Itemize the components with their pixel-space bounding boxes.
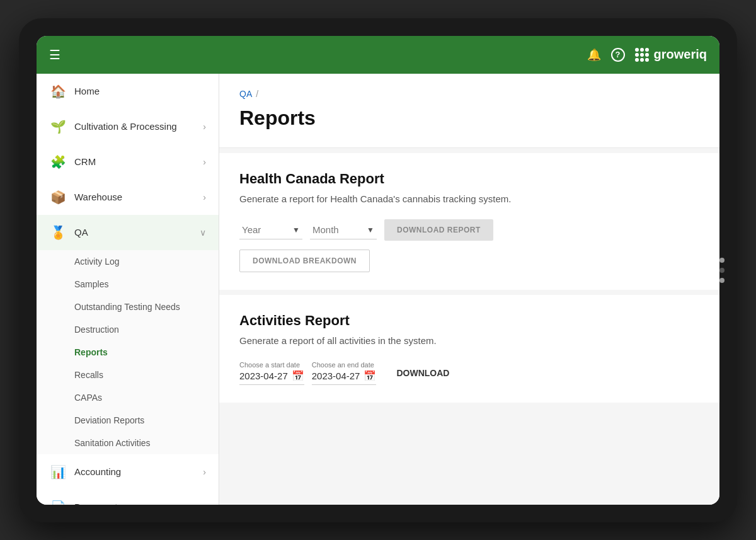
menu-icon[interactable]: ☰	[49, 47, 60, 62]
sidebar-label-documents: Documents	[74, 502, 195, 505]
sidebar-item-accounting[interactable]: 📊 Accounting ›	[37, 454, 219, 490]
sidebar-item-warehouse[interactable]: 📦 Warehouse ›	[37, 180, 219, 215]
app-logo: groweriq	[635, 47, 707, 62]
qa-chevron-icon: ∨	[200, 227, 206, 238]
crm-chevron-icon: ›	[203, 157, 206, 167]
documents-chevron-icon: ›	[203, 502, 206, 505]
sidebar-item-documents[interactable]: 📄 Documents ›	[37, 490, 219, 505]
logo-text: groweriq	[654, 47, 707, 62]
activities-controls: Choose a start date 2023-04-27 📅 Choose …	[239, 361, 699, 385]
page-title: Reports	[239, 106, 699, 130]
help-icon[interactable]: ?	[611, 48, 625, 62]
documents-icon: 📄	[49, 498, 67, 505]
end-date-row: 2023-04-27 📅	[312, 370, 377, 385]
health-canada-controls: Year 2023 2022 2021 ▼ Month JanuaryFebru…	[239, 219, 699, 241]
header-left: ☰	[49, 47, 60, 62]
sidebar-label-warehouse: Warehouse	[74, 192, 195, 202]
sidebar-label-crm: CRM	[74, 156, 195, 167]
content-area: QA / Reports Health Canada Report Genera…	[219, 74, 719, 505]
bell-icon[interactable]: 🔔	[587, 48, 601, 62]
start-date-calendar-icon[interactable]: 📅	[292, 370, 304, 382]
sidebar-sub-activity-log[interactable]: Activity Log	[37, 250, 219, 273]
sidebar-label-cultivation: Cultivation & Processing	[74, 121, 195, 132]
activities-title: Activities Report	[239, 313, 699, 329]
sidebar-label-qa: QA	[74, 227, 192, 238]
breadcrumb: QA /	[239, 89, 699, 99]
sidebar-sub-destruction[interactable]: Destruction	[37, 318, 219, 341]
health-canada-title: Health Canada Report	[239, 171, 699, 187]
accounting-chevron-icon: ›	[203, 467, 206, 477]
start-date-value[interactable]: 2023-04-27	[239, 371, 288, 381]
download-breakdown-button[interactable]: DOWNLOAD BREAKDOWN	[239, 250, 370, 272]
sidebar-label-accounting: Accounting	[74, 466, 195, 477]
sidebar-label-home: Home	[74, 86, 206, 96]
scroll-dot-3	[719, 278, 724, 283]
download-breakdown-row: DOWNLOAD BREAKDOWN	[239, 241, 699, 272]
sidebar: 🏠 Home 🌱 Cultivation & Processing › 🧩 CR…	[37, 74, 219, 505]
year-dropdown[interactable]: Year 2023 2022 2021	[239, 221, 302, 239]
home-icon: 🏠	[49, 83, 67, 100]
crm-icon: 🧩	[49, 153, 67, 171]
scroll-dots	[719, 258, 724, 283]
app-header: ☰ 🔔 ? groweriq	[37, 36, 719, 74]
sidebar-item-cultivation[interactable]: 🌱 Cultivation & Processing ›	[37, 109, 219, 144]
health-canada-report-section: Health Canada Report Generate a report f…	[219, 153, 719, 290]
scroll-dot-2	[719, 268, 724, 273]
start-date-row: 2023-04-27 📅	[239, 370, 304, 385]
end-date-label: Choose an end date	[312, 361, 377, 369]
sidebar-sub-capas[interactable]: CAPAs	[37, 386, 219, 409]
breadcrumb-qa-link[interactable]: QA	[239, 89, 252, 99]
month-dropdown[interactable]: Month JanuaryFebruaryMarch AprilMayJune …	[310, 221, 377, 239]
start-date-label: Choose a start date	[239, 361, 304, 369]
cultivation-icon: 🌱	[49, 118, 67, 135]
sidebar-sub-sanitation-activities[interactable]: Sanitation Activities	[37, 432, 219, 454]
sidebar-item-qa[interactable]: 🏅 QA ∨	[37, 215, 219, 250]
sidebar-sub-reports[interactable]: Reports	[37, 341, 219, 364]
health-canada-description: Generate a report for Health Canada's ca…	[239, 193, 699, 204]
logo-grid-icon	[635, 48, 649, 62]
start-date-container: Choose a start date 2023-04-27 📅	[239, 361, 304, 385]
sidebar-sub-samples[interactable]: Samples	[37, 273, 219, 296]
month-dropdown-container: Month JanuaryFebruaryMarch AprilMayJune …	[310, 221, 377, 239]
header-right: 🔔 ? groweriq	[587, 47, 707, 62]
download-report-button[interactable]: DOWNLOAD REPORT	[384, 219, 493, 241]
end-date-container: Choose an end date 2023-04-27 📅	[312, 361, 377, 385]
activities-report-section: Activities Report Generate a report of a…	[219, 295, 719, 403]
warehouse-icon: 📦	[49, 188, 67, 206]
qa-icon: 🏅	[49, 224, 67, 241]
activities-download-button[interactable]: DOWNLOAD	[384, 362, 462, 384]
end-date-value[interactable]: 2023-04-27	[312, 371, 360, 381]
scroll-dot-1	[719, 258, 724, 263]
qa-submenu: Activity Log Samples Outstanding Testing…	[37, 250, 219, 454]
activities-description: Generate a report of all activities in t…	[239, 335, 699, 346]
end-date-calendar-icon[interactable]: 📅	[364, 370, 376, 382]
warehouse-chevron-icon: ›	[203, 192, 206, 202]
year-dropdown-container: Year 2023 2022 2021 ▼	[239, 221, 302, 239]
accounting-icon: 📊	[49, 463, 67, 481]
sidebar-sub-recalls[interactable]: Recalls	[37, 364, 219, 386]
breadcrumb-separator: /	[256, 89, 258, 99]
sidebar-sub-deviation-reports[interactable]: Deviation Reports	[37, 409, 219, 432]
main-layout: 🏠 Home 🌱 Cultivation & Processing › 🧩 CR…	[37, 74, 719, 505]
sidebar-sub-outstanding-testing[interactable]: Outstanding Testing Needs	[37, 296, 219, 318]
sidebar-item-crm[interactable]: 🧩 CRM ›	[37, 144, 219, 180]
page-header: QA / Reports	[219, 74, 719, 148]
cultivation-chevron-icon: ›	[203, 122, 206, 132]
sidebar-item-home[interactable]: 🏠 Home	[37, 74, 219, 109]
